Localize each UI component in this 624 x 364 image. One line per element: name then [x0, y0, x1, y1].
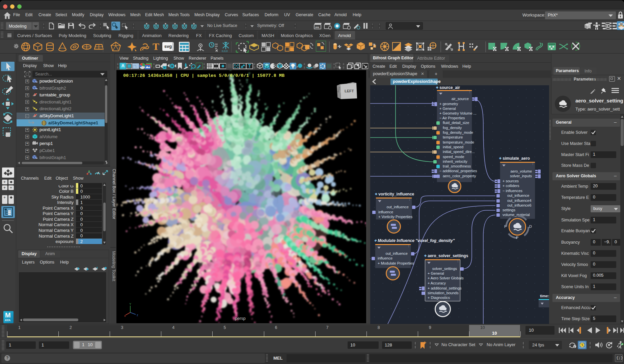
svg-text:z: z: [137, 313, 138, 317]
svg-text:Y: Y: [129, 302, 131, 306]
svg-text:0,0,0: 0,0,0: [222, 50, 228, 52]
svg-text:IPR: IPR: [315, 26, 319, 29]
svg-text:LEFT: LEFT: [345, 89, 354, 93]
svg-text:+: +: [622, 343, 623, 345]
svg-text:x: x: [124, 314, 126, 317]
svg-text:+: +: [96, 266, 98, 270]
svg-text:i: i: [574, 345, 575, 348]
